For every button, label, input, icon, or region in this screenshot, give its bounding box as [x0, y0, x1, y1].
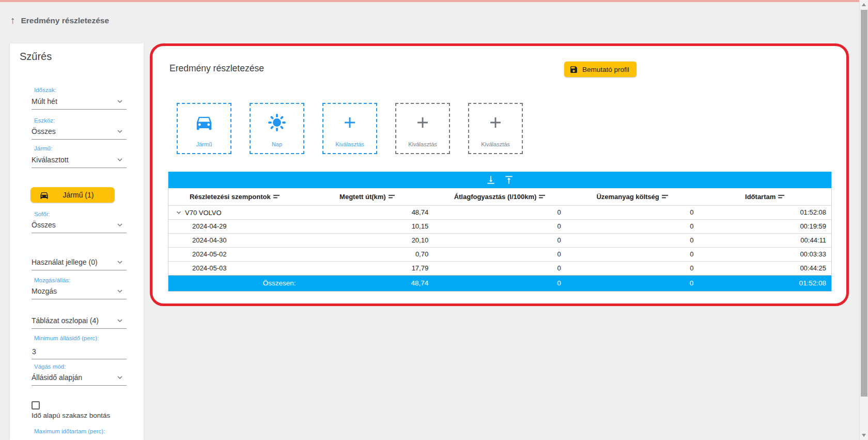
page-title: Eredmény részletezése: [21, 16, 110, 25]
cell-distance: 17,79: [301, 261, 434, 275]
sidebar-title: Szűrés: [20, 51, 52, 63]
selector-day[interactable]: Nap: [250, 103, 304, 154]
scroll-up-icon[interactable]: [862, 3, 866, 6]
motion-value: Mozgás: [32, 287, 57, 295]
cell-cost: 0: [566, 261, 699, 275]
selector-add-inactive[interactable]: Kiválasztás: [395, 103, 450, 154]
device-value: Összes: [32, 127, 56, 135]
max-duration-label: Maximum időtartam (perc):: [34, 428, 105, 434]
period-label: Időszak:: [34, 87, 56, 93]
selector-label: Kiválasztás: [335, 141, 364, 147]
col-header-aspects[interactable]: Részletezési szempontok: [168, 188, 301, 205]
table-columns-value: Táblázat oszlopai (4): [32, 316, 99, 325]
result-details-title: Eredmény részletezése: [169, 63, 264, 74]
vehicle-value: Kiválasztott: [32, 156, 69, 164]
summary-label: Összesen:: [168, 275, 301, 291]
cell-cost: 0: [566, 233, 699, 247]
vertical-scrollbar[interactable]: [859, 0, 868, 440]
col-header-consumption[interactable]: Átlagfogyasztás (l/100km): [433, 188, 566, 205]
page-header: ↑ Eredmény részletezése: [10, 16, 109, 25]
selector-vehicle[interactable]: Jármű: [177, 103, 231, 154]
sort-icon[interactable]: [273, 194, 280, 200]
cell-name: 2024-05-03: [168, 261, 301, 275]
table-columns-select[interactable]: Táblázat oszlopai (4): [32, 316, 127, 329]
period-value: Múlt hét: [32, 97, 57, 105]
driver-label: Sofőr:: [34, 211, 50, 217]
table-row-day: 2024-04-30 20,10 0 0 00:44:11: [168, 233, 831, 247]
driver-select[interactable]: Összes: [32, 220, 127, 233]
collapse-row-icon[interactable]: [175, 208, 183, 217]
chevron-down-icon: [115, 286, 125, 296]
summary-consumption: 0: [433, 275, 566, 291]
col-header-distance[interactable]: Megtett út(km): [301, 188, 434, 205]
sort-icon[interactable]: [539, 194, 546, 200]
period-select[interactable]: Múlt hét: [32, 97, 127, 110]
cell-consumption: 0: [433, 247, 566, 261]
vehicle-picker-label: Jármű (1): [49, 191, 107, 199]
summary-cost: 0: [566, 275, 699, 291]
cell-distance: 48,74: [301, 205, 434, 219]
summary-duration: 01:52:08: [699, 275, 831, 291]
table-toolbar: [168, 172, 831, 188]
chevron-down-icon: [115, 127, 125, 136]
selector-add-inactive[interactable]: Kiválasztás: [468, 103, 523, 154]
scroll-down-icon[interactable]: [862, 434, 866, 437]
chevron-down-icon: [115, 257, 125, 267]
demo-profile-button[interactable]: Bemutató profil: [564, 62, 637, 77]
scrollbar-thumb[interactable]: [861, 10, 867, 397]
col-header-fuel-cost[interactable]: Üzemanyag költség: [566, 188, 699, 205]
col-header-duration[interactable]: Időtartam: [699, 188, 831, 205]
motion-select[interactable]: Mozgás: [32, 286, 127, 299]
chevron-down-icon: [115, 97, 125, 106]
cell-name: 2024-04-29: [168, 219, 301, 233]
sort-icon[interactable]: [778, 194, 785, 200]
cell-name: V70 VOLVO: [168, 205, 301, 219]
vehicle-select[interactable]: Kiválasztott: [32, 155, 127, 168]
selector-label: Kiválasztás: [408, 141, 437, 147]
cell-duration: 00:44:25: [699, 261, 831, 275]
chevron-down-icon: [115, 316, 125, 325]
motion-label: Mozgás/állás:: [34, 277, 70, 283]
device-select[interactable]: Összes: [32, 127, 127, 140]
table-row-day: 2024-04-29 10,15 0 0 00:19:59: [168, 219, 831, 233]
chevron-down-icon: [115, 155, 125, 164]
cut-mode-value: Állásidő alapján: [32, 373, 82, 382]
sort-icon[interactable]: [662, 194, 669, 200]
export-top-icon[interactable]: [504, 175, 514, 185]
table-row-day: 2024-05-02 0,70 0 0 00:03:33: [168, 247, 831, 261]
vehicle-picker-button[interactable]: Jármű (1): [30, 187, 115, 203]
sun-icon: [267, 104, 287, 141]
cell-consumption: 0: [433, 205, 566, 219]
plus-icon: [414, 104, 431, 141]
min-idle-input[interactable]: [32, 347, 127, 359]
cell-distance: 10,15: [301, 219, 434, 233]
min-idle-label: Minimum állásidő (perc):: [34, 335, 99, 341]
table-header-row: Részletezési szempontok Megtett út(km) Á…: [168, 188, 831, 205]
table-row-vehicle: V70 VOLVO 48,74 0 0 01:52:08: [168, 205, 831, 219]
result-details-panel: Eredmény részletezése Bemutató profil Já…: [150, 43, 849, 306]
cell-duration: 00:44:11: [699, 233, 831, 247]
detail-selector-row: Jármű Nap Kiválasztás Kiválasztás Kivála…: [177, 103, 523, 154]
time-split-label: Idő alapú szakasz bontás: [32, 412, 110, 419]
sort-icon[interactable]: [389, 194, 395, 200]
summary-distance: 48,74: [301, 275, 434, 291]
plus-icon: [341, 104, 359, 141]
time-split-checkbox[interactable]: [32, 401, 40, 409]
export-bottom-icon[interactable]: [486, 175, 496, 185]
selector-add-active[interactable]: Kiválasztás: [322, 103, 377, 154]
device-label: Eszköz:: [34, 117, 55, 124]
table-summary-row: Összesen: 48,74 0 0 01:52:08: [168, 275, 831, 291]
cell-duration: 01:52:08: [699, 205, 831, 219]
demo-profile-label: Bemutató profil: [582, 66, 629, 73]
cell-consumption: 0: [433, 219, 566, 233]
table-row-day: 2024-05-03 17,79 0 0 00:44:25: [168, 261, 831, 275]
cell-cost: 0: [566, 219, 699, 233]
cut-mode-select[interactable]: Állásidő alapján: [32, 373, 127, 386]
cell-cost: 0: [566, 247, 699, 261]
scroll-to-top-icon[interactable]: ↑: [10, 16, 16, 25]
filter-sidebar: Szűrés Időszak: Múlt hét Eszköz: Összes …: [10, 43, 144, 440]
selector-label: Nap: [272, 141, 282, 147]
car-icon: [194, 104, 214, 141]
usage-type-select[interactable]: Használat jellege (0): [32, 257, 127, 270]
driver-value: Összes: [32, 221, 56, 229]
